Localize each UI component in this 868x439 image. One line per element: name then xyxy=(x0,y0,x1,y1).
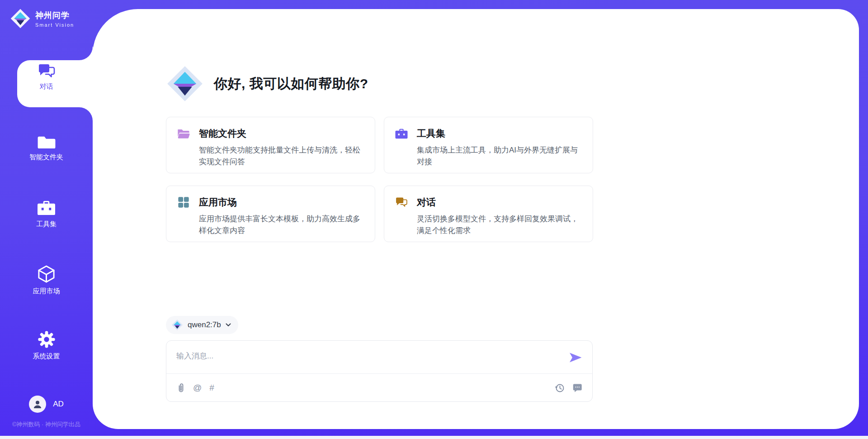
card-title: 对话 xyxy=(417,196,436,209)
person-icon xyxy=(32,399,43,410)
model-selector[interactable]: qwen2:7b xyxy=(166,316,238,334)
chat-filled-icon xyxy=(572,383,582,392)
sidebar-item-settings[interactable]: 系统设置 xyxy=(0,330,93,361)
hashtag-button[interactable]: # xyxy=(209,383,214,392)
composer: @ # xyxy=(166,340,593,402)
grid-icon xyxy=(177,196,190,209)
card-app-market[interactable]: 应用市场 应用市场提供丰富长文本模板，助力高效生成多样化文章内容 xyxy=(166,186,375,242)
message-input[interactable] xyxy=(176,347,556,365)
sidebar-item-label: 工具集 xyxy=(36,220,57,229)
assistant-logo-icon xyxy=(166,65,204,103)
chat-icon xyxy=(38,63,56,79)
sidebar-item-label: 对话 xyxy=(40,82,53,91)
composer-input-row xyxy=(166,341,592,373)
card-toolset[interactable]: 工具集 集成市场上主流工具，助力AI与外界无缝扩展与对接 xyxy=(384,117,593,173)
sidebar: 神州问学 Smart Vision 对话 智能文件夹 工具集 xyxy=(0,0,93,439)
chevron-down-icon xyxy=(226,323,231,327)
bottom-edge xyxy=(0,436,868,439)
card-description: 智能文件夹功能支持批量文件上传与清洗，轻松实现文件问答 xyxy=(199,144,364,168)
card-title: 智能文件夹 xyxy=(199,127,246,140)
hero: 你好, 我可以如何帮助你? xyxy=(166,65,368,103)
folder-icon xyxy=(37,134,57,150)
send-icon xyxy=(569,352,582,363)
brand-subtitle: Smart Vision xyxy=(35,22,74,28)
chat-bubbles-icon xyxy=(395,196,408,209)
composer-tools-left: @ # xyxy=(176,382,214,393)
toolbox-icon xyxy=(37,199,56,217)
gear-icon xyxy=(37,330,56,349)
copyright: ©神州数码 · 神州问学出品 xyxy=(0,420,93,429)
card-chat[interactable]: 对话 灵活切换多模型文件，支持多样回复效果调试，满足个性化需求 xyxy=(384,186,593,242)
brand-logo-icon xyxy=(10,8,31,29)
avatar xyxy=(29,396,46,413)
history-icon xyxy=(555,383,565,393)
composer-toolbar: @ # xyxy=(166,373,592,401)
brand-text: 神州问学 Smart Vision xyxy=(35,10,74,28)
paperclip-icon xyxy=(176,382,185,393)
user-name: AD xyxy=(53,400,64,409)
app-root: { "brand": { "name": "神州问学", "subtitle":… xyxy=(0,0,868,439)
cube-icon xyxy=(37,264,56,284)
briefcase-icon xyxy=(395,127,408,140)
card-head: 对话 xyxy=(395,196,582,209)
sidebar-item-smart-folder[interactable]: 智能文件夹 xyxy=(0,134,93,162)
card-title: 工具集 xyxy=(417,127,445,140)
model-logo-icon xyxy=(171,319,183,331)
brand-name: 神州问学 xyxy=(35,10,74,21)
sidebar-item-chat[interactable]: 对话 xyxy=(0,63,93,91)
greeting-title: 你好, 我可以如何帮助你? xyxy=(214,75,368,93)
sidebar-item-label: 系统设置 xyxy=(33,352,60,361)
sidebar-item-label: 智能文件夹 xyxy=(29,153,63,162)
model-name: qwen2:7b xyxy=(188,320,221,329)
card-head: 智能文件夹 xyxy=(177,127,364,140)
sidebar-item-app-market[interactable]: 应用市场 xyxy=(0,264,93,296)
card-head: 应用市场 xyxy=(177,196,364,209)
sidebar-item-toolset[interactable]: 工具集 xyxy=(0,199,93,229)
send-button[interactable] xyxy=(569,352,582,363)
sidebar-item-label: 应用市场 xyxy=(33,287,60,296)
main-content: 你好, 我可以如何帮助你? 智能文件夹 智能文件夹功能支持批量文件上传与清洗，轻… xyxy=(166,0,593,439)
history-button[interactable] xyxy=(555,383,565,393)
brand: 神州问学 Smart Vision xyxy=(10,8,74,29)
conversation-button[interactable] xyxy=(572,383,582,392)
mention-button[interactable]: @ xyxy=(193,383,202,392)
card-description: 集成市场上主流工具，助力AI与外界无缝扩展与对接 xyxy=(417,144,582,168)
card-head: 工具集 xyxy=(395,127,582,140)
composer-tools-right xyxy=(555,383,582,393)
card-description: 应用市场提供丰富长文本模板，助力高效生成多样化文章内容 xyxy=(199,213,364,237)
user-profile[interactable]: AD xyxy=(0,396,93,413)
folder-open-icon xyxy=(177,127,190,140)
card-description: 灵活切换多模型文件，支持多样回复效果调试，满足个性化需求 xyxy=(417,213,582,237)
attach-button[interactable] xyxy=(176,382,185,393)
card-smart-folder[interactable]: 智能文件夹 智能文件夹功能支持批量文件上传与清洗，轻松实现文件问答 xyxy=(166,117,375,173)
card-title: 应用市场 xyxy=(199,196,237,209)
feature-cards: 智能文件夹 智能文件夹功能支持批量文件上传与清洗，轻松实现文件问答 工具集 集成… xyxy=(166,117,593,242)
